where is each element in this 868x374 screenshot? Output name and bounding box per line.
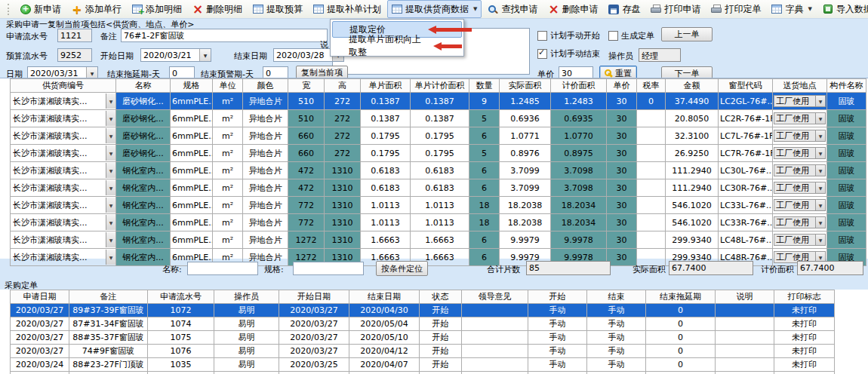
cell-component-name[interactable]: 固玻 (827, 214, 866, 231)
chevron-down-icon[interactable]: ▼ (815, 96, 825, 106)
cell-start[interactable]: 手动 (528, 317, 587, 331)
cell-color[interactable]: 异地合片 (243, 93, 288, 110)
cell-remark[interactable]: 88#35-37F窗固玻 (69, 331, 148, 345)
cell-price-area[interactable]: 1.0770 (551, 127, 607, 145)
cell-remark[interactable]: 74#9F窗固玻 (69, 345, 148, 358)
filter-spec-input[interactable] (293, 262, 364, 275)
cell-unit-price[interactable]: 30 (607, 127, 637, 145)
cell-unit[interactable]: m² (213, 110, 243, 127)
cell-note[interactable] (716, 345, 774, 358)
cell-delivery-location[interactable]: 工厂使用▼ (773, 127, 827, 145)
chevron-down-icon[interactable]: ▼ (106, 128, 115, 143)
chevron-down-icon[interactable]: ▼ (106, 111, 115, 126)
cell-piece-area[interactable]: 0.1387 (361, 110, 411, 127)
cell-component-name[interactable]: 固玻 (827, 93, 866, 110)
cell-delivery-location[interactable]: 工厂使用▼ (773, 162, 827, 179)
cell-height[interactable]: 1310 (325, 162, 361, 179)
cell-note[interactable] (716, 317, 774, 331)
cell-name[interactable]: 钢化室内... (116, 214, 171, 231)
chevron-down-icon[interactable]: ▼ (815, 165, 825, 176)
cell-actual-area[interactable]: 3.7099 (500, 179, 551, 197)
cell-print-flag[interactable]: 未打印 (774, 304, 835, 317)
cell-window-code[interactable]: LC30L-76#... (719, 162, 773, 179)
menu-item-extract-area-roundup[interactable]: 提取单片面积向上取整 (332, 38, 462, 54)
cell-window-code[interactable]: LC48L-76#... (719, 231, 773, 249)
request-no-field[interactable] (57, 29, 92, 42)
toolbar-button-add-row-1[interactable]: 添加单行 (67, 0, 126, 18)
cell-note[interactable] (716, 331, 774, 345)
cell-amount[interactable]: 32.3100 (666, 127, 719, 145)
cell-spec[interactable]: 6mmPLE... (171, 162, 213, 179)
cell-piece-price-area[interactable]: 0.1795 (411, 127, 469, 145)
cell-end[interactable]: 手动 (587, 331, 646, 345)
toolbar-button-delete-8[interactable]: 删除申请 (543, 0, 602, 18)
cell-piece-price-area[interactable]: 1.6663 (411, 231, 469, 249)
cell-delivery-location[interactable]: 工厂使用▼ (773, 214, 827, 231)
cell-name[interactable]: 磨砂钢化... (116, 145, 171, 162)
cell-note[interactable] (716, 358, 774, 372)
cell-component-name[interactable]: 固玻 (827, 231, 866, 249)
cell-actual-area[interactable]: 0.6936 (500, 110, 551, 127)
cell-qty[interactable]: 6 (469, 179, 500, 197)
cell-actual-area[interactable]: 18.2038 (500, 214, 551, 231)
cell-remark[interactable]: 89#37-39F窗固玻 (69, 304, 148, 317)
cell-leader-opinion[interactable] (462, 331, 528, 345)
cell-start-date[interactable]: 2020/03/27 (279, 331, 349, 345)
operator-field[interactable]: 经理 (639, 48, 681, 62)
cell-tax-rate[interactable] (637, 162, 666, 179)
cell-request-date[interactable]: 2020/03/27 (11, 304, 69, 317)
cell-color[interactable]: 异地合片 (243, 179, 288, 197)
cell-print-flag[interactable]: 未打印 (774, 358, 835, 372)
cell-piece-area[interactable]: 0.1795 (361, 127, 411, 145)
cell-end-delay[interactable]: 0 (646, 331, 716, 345)
cell-tax-rate[interactable] (637, 145, 666, 162)
cell-actual-area[interactable]: 1.0771 (500, 127, 551, 145)
cell-piece-area[interactable]: 0.6183 (361, 179, 411, 197)
chevron-down-icon[interactable]: ▼ (815, 217, 825, 228)
cell-unit[interactable]: m² (213, 127, 243, 145)
toolbar-button-search-7[interactable]: 查找申请 (483, 0, 542, 18)
cell-end[interactable]: 手动 (587, 304, 646, 317)
cell-color[interactable]: 异地合片 (243, 145, 288, 162)
cell-piece-price-area[interactable]: 0.1387 (411, 93, 469, 110)
table-row[interactable]: 长沙市潇湘玻璃实...▼磨砂钢化...6mmPLE...m²异地合片660272… (11, 145, 866, 162)
cell-qty[interactable]: 5 (469, 145, 500, 162)
cell-tax-rate[interactable] (637, 127, 666, 145)
cell-unit[interactable]: m² (213, 231, 243, 249)
cell-tax-rate[interactable] (637, 179, 666, 197)
cell-operator[interactable]: 易明 (214, 358, 279, 372)
manual-start-checkbox[interactable]: 计划手动开始 (537, 30, 600, 41)
toolbar-button-import-13[interactable]: 导入数据 (818, 0, 868, 18)
cell-component-name[interactable]: 固玻 (827, 197, 866, 214)
toolbar-button-print-11[interactable]: 打印定单 (706, 0, 765, 18)
cell-supplier-no[interactable]: 长沙市潇湘玻璃实...▼ (11, 179, 116, 197)
cell-supplier-no[interactable]: 长沙市潇湘玻璃实...▼ (11, 214, 116, 231)
cell-operator[interactable]: 易明 (214, 304, 279, 317)
cell-actual-area[interactable]: 3.7099 (500, 162, 551, 179)
cell-request-no[interactable]: 1035 (148, 358, 214, 372)
cell-qty[interactable]: 9 (469, 93, 500, 110)
cell-qty[interactable]: 18 (469, 197, 500, 214)
cell-window-code[interactable]: LC30R-76#... (719, 179, 773, 197)
cell-amount[interactable]: 299.9340 (666, 231, 719, 249)
cell-amount[interactable]: 20.8050 (666, 110, 719, 127)
cell-supplier-no[interactable]: 长沙市潇湘玻璃实...▼ (11, 93, 116, 110)
toolbar-button-extract-table-6[interactable]: 提取供货商数据▼ (387, 0, 482, 18)
cell-tax-rate[interactable] (637, 231, 666, 249)
cell-height[interactable]: 272 (325, 127, 361, 145)
filter-name-input[interactable] (187, 262, 258, 275)
cell-supplier-no[interactable]: 长沙市潇湘玻璃实...▼ (11, 145, 116, 162)
cell-print-flag[interactable]: 未打印 (774, 331, 835, 345)
table-row[interactable]: 长沙市潇湘玻璃实...▼钢化室内...6mmPLE...m²异地合片772131… (11, 197, 866, 214)
cell-note[interactable] (716, 304, 774, 317)
cell-window-code[interactable]: LC2GL-76#... (719, 93, 773, 110)
cell-amount[interactable]: 111.2940 (666, 162, 719, 179)
toolbar-button-extract-table-5[interactable]: 提取补单计划 (309, 0, 386, 18)
cell-color[interactable]: 异地合片 (243, 162, 288, 179)
cell-delivery-location[interactable]: 工厂使用▼ (773, 197, 827, 214)
cell-width[interactable]: 660 (288, 145, 325, 162)
cell-status[interactable]: 开始 (420, 304, 462, 317)
cell-request-date[interactable]: 2020/03/24 (11, 358, 69, 372)
cell-component-name[interactable]: 固玻 (827, 145, 866, 162)
cell-start-date[interactable]: 2020/03/27 (279, 345, 349, 358)
